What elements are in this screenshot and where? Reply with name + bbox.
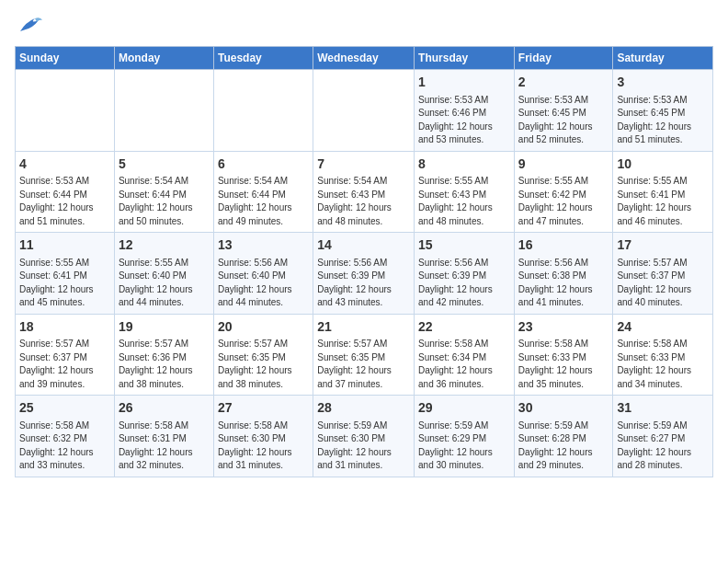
day-number: 8 (418, 155, 510, 174)
logo-bird-icon (17, 15, 42, 35)
calendar-cell: 12Sunrise: 5:55 AM Sunset: 6:40 PM Dayli… (114, 233, 213, 315)
day-info: Sunrise: 5:55 AM Sunset: 6:42 PM Dayligh… (518, 175, 609, 228)
calendar-cell: 22Sunrise: 5:58 AM Sunset: 6:34 PM Dayli… (415, 314, 515, 396)
day-number: 6 (218, 155, 309, 174)
day-info: Sunrise: 5:57 AM Sunset: 6:37 PM Dayligh… (19, 338, 110, 391)
day-info: Sunrise: 5:57 AM Sunset: 6:36 PM Dayligh… (119, 338, 210, 391)
day-info: Sunrise: 5:58 AM Sunset: 6:33 PM Dayligh… (518, 338, 609, 391)
day-number: 18 (19, 318, 110, 337)
calendar-cell: 4Sunrise: 5:53 AM Sunset: 6:44 PM Daylig… (16, 151, 115, 233)
day-number: 13 (218, 236, 309, 255)
day-info: Sunrise: 5:56 AM Sunset: 6:40 PM Dayligh… (218, 257, 309, 310)
day-number: 25 (19, 399, 110, 418)
calendar-cell: 27Sunrise: 5:58 AM Sunset: 6:30 PM Dayli… (213, 396, 313, 477)
calendar-cell: 3Sunrise: 5:53 AM Sunset: 6:45 PM Daylig… (613, 70, 713, 152)
calendar-cell: 6Sunrise: 5:54 AM Sunset: 6:44 PM Daylig… (213, 151, 313, 233)
day-info: Sunrise: 5:54 AM Sunset: 6:43 PM Dayligh… (317, 175, 410, 228)
day-info: Sunrise: 5:58 AM Sunset: 6:32 PM Dayligh… (19, 419, 110, 473)
day-info: Sunrise: 5:56 AM Sunset: 6:39 PM Dayligh… (317, 257, 410, 310)
calendar-cell: 28Sunrise: 5:59 AM Sunset: 6:30 PM Dayli… (313, 396, 415, 477)
calendar-cell: 30Sunrise: 5:59 AM Sunset: 6:28 PM Dayli… (514, 396, 613, 477)
day-info: Sunrise: 5:54 AM Sunset: 6:44 PM Dayligh… (218, 175, 309, 228)
calendar-cell: 29Sunrise: 5:59 AM Sunset: 6:29 PM Dayli… (415, 396, 515, 477)
page-header (15, 15, 713, 35)
calendar-cell: 18Sunrise: 5:57 AM Sunset: 6:37 PM Dayli… (16, 314, 115, 396)
day-header-tuesday: Tuesday (213, 47, 313, 70)
day-info: Sunrise: 5:55 AM Sunset: 6:40 PM Dayligh… (119, 257, 210, 310)
day-info: Sunrise: 5:58 AM Sunset: 6:31 PM Dayligh… (119, 419, 210, 473)
calendar-cell: 31Sunrise: 5:59 AM Sunset: 6:27 PM Dayli… (613, 396, 713, 477)
day-number: 5 (119, 155, 210, 174)
day-header-saturday: Saturday (613, 47, 713, 70)
day-number: 4 (19, 155, 110, 174)
day-header-monday: Monday (114, 47, 213, 70)
day-info: Sunrise: 5:55 AM Sunset: 6:43 PM Dayligh… (418, 175, 510, 228)
week-row-4: 18Sunrise: 5:57 AM Sunset: 6:37 PM Dayli… (16, 314, 713, 396)
day-number: 19 (119, 318, 210, 337)
day-number: 17 (617, 236, 709, 255)
day-header-friday: Friday (514, 47, 613, 70)
day-info: Sunrise: 5:54 AM Sunset: 6:44 PM Dayligh… (119, 175, 210, 228)
day-info: Sunrise: 5:53 AM Sunset: 6:45 PM Dayligh… (518, 94, 609, 147)
day-number: 14 (317, 236, 410, 255)
day-number: 29 (418, 399, 510, 418)
day-number: 21 (317, 318, 410, 337)
day-number: 1 (418, 74, 510, 92)
day-info: Sunrise: 5:58 AM Sunset: 6:33 PM Dayligh… (617, 338, 709, 391)
calendar-cell (313, 70, 415, 152)
calendar-cell: 1Sunrise: 5:53 AM Sunset: 6:46 PM Daylig… (415, 70, 515, 152)
day-number: 20 (218, 318, 309, 337)
day-number: 27 (218, 399, 309, 418)
day-number: 26 (119, 399, 210, 418)
day-info: Sunrise: 5:59 AM Sunset: 6:29 PM Dayligh… (418, 419, 510, 473)
logo (15, 15, 42, 35)
day-info: Sunrise: 5:55 AM Sunset: 6:41 PM Dayligh… (19, 257, 110, 310)
calendar-cell: 7Sunrise: 5:54 AM Sunset: 6:43 PM Daylig… (313, 151, 415, 233)
day-info: Sunrise: 5:58 AM Sunset: 6:34 PM Dayligh… (418, 338, 510, 391)
day-header-sunday: Sunday (16, 47, 115, 70)
week-row-5: 25Sunrise: 5:58 AM Sunset: 6:32 PM Dayli… (16, 396, 713, 477)
calendar-cell: 19Sunrise: 5:57 AM Sunset: 6:36 PM Dayli… (114, 314, 213, 396)
day-info: Sunrise: 5:53 AM Sunset: 6:45 PM Dayligh… (617, 94, 709, 147)
day-number: 16 (518, 236, 609, 255)
day-number: 31 (617, 399, 709, 418)
calendar-cell: 8Sunrise: 5:55 AM Sunset: 6:43 PM Daylig… (415, 151, 515, 233)
day-number: 9 (518, 155, 609, 174)
day-number: 11 (19, 236, 110, 255)
day-number: 15 (418, 236, 510, 255)
day-number: 24 (617, 318, 709, 337)
day-header-thursday: Thursday (415, 47, 515, 70)
calendar-cell: 17Sunrise: 5:57 AM Sunset: 6:37 PM Dayli… (613, 233, 713, 315)
day-info: Sunrise: 5:58 AM Sunset: 6:30 PM Dayligh… (218, 419, 309, 473)
day-info: Sunrise: 5:57 AM Sunset: 6:37 PM Dayligh… (617, 257, 709, 310)
day-number: 12 (119, 236, 210, 255)
day-number: 3 (617, 74, 709, 92)
calendar-table: SundayMondayTuesdayWednesdayThursdayFrid… (15, 46, 713, 477)
calendar-cell: 13Sunrise: 5:56 AM Sunset: 6:40 PM Dayli… (213, 233, 313, 315)
day-number: 30 (518, 399, 609, 418)
day-info: Sunrise: 5:59 AM Sunset: 6:30 PM Dayligh… (317, 419, 410, 473)
calendar-cell: 16Sunrise: 5:56 AM Sunset: 6:38 PM Dayli… (514, 233, 613, 315)
calendar-cell: 21Sunrise: 5:57 AM Sunset: 6:35 PM Dayli… (313, 314, 415, 396)
day-info: Sunrise: 5:57 AM Sunset: 6:35 PM Dayligh… (317, 338, 410, 391)
week-row-2: 4Sunrise: 5:53 AM Sunset: 6:44 PM Daylig… (16, 151, 713, 233)
day-number: 10 (617, 155, 709, 174)
calendar-cell: 14Sunrise: 5:56 AM Sunset: 6:39 PM Dayli… (313, 233, 415, 315)
calendar-cell: 24Sunrise: 5:58 AM Sunset: 6:33 PM Dayli… (613, 314, 713, 396)
day-header-row: SundayMondayTuesdayWednesdayThursdayFrid… (16, 47, 713, 70)
week-row-1: 1Sunrise: 5:53 AM Sunset: 6:46 PM Daylig… (16, 70, 713, 152)
day-info: Sunrise: 5:59 AM Sunset: 6:27 PM Dayligh… (617, 419, 709, 473)
day-number: 28 (317, 399, 410, 418)
calendar-cell: 20Sunrise: 5:57 AM Sunset: 6:35 PM Dayli… (213, 314, 313, 396)
day-header-wednesday: Wednesday (313, 47, 415, 70)
calendar-cell: 15Sunrise: 5:56 AM Sunset: 6:39 PM Dayli… (415, 233, 515, 315)
calendar-cell: 11Sunrise: 5:55 AM Sunset: 6:41 PM Dayli… (16, 233, 115, 315)
day-number: 2 (518, 74, 609, 92)
day-info: Sunrise: 5:53 AM Sunset: 6:46 PM Dayligh… (418, 94, 510, 147)
calendar-cell (213, 70, 313, 152)
day-info: Sunrise: 5:55 AM Sunset: 6:41 PM Dayligh… (617, 175, 709, 228)
day-info: Sunrise: 5:57 AM Sunset: 6:35 PM Dayligh… (218, 338, 309, 391)
calendar-cell (16, 70, 115, 152)
calendar-cell: 2Sunrise: 5:53 AM Sunset: 6:45 PM Daylig… (514, 70, 613, 152)
calendar-cell: 23Sunrise: 5:58 AM Sunset: 6:33 PM Dayli… (514, 314, 613, 396)
